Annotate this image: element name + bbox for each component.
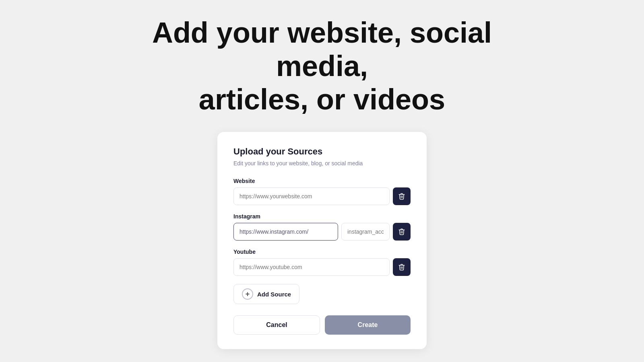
instagram-field-group: Instagram — [233, 213, 411, 241]
instagram-delete-button[interactable] — [393, 223, 411, 241]
create-button[interactable]: Create — [325, 315, 411, 335]
website-delete-button[interactable] — [393, 187, 411, 205]
youtube-label: Youtube — [233, 249, 411, 255]
cancel-button[interactable]: Cancel — [233, 315, 320, 335]
add-source-label: Add Source — [257, 291, 291, 298]
action-row: Cancel Create — [233, 315, 411, 335]
instagram-url-input[interactable] — [233, 223, 338, 241]
youtube-input[interactable] — [233, 258, 390, 276]
website-label: Website — [233, 178, 411, 184]
website-input[interactable] — [233, 187, 390, 205]
add-source-button[interactable]: + Add Source — [233, 284, 299, 304]
card-title: Upload your Sources — [233, 146, 411, 157]
youtube-row — [233, 258, 411, 276]
upload-sources-card: Upload your Sources Edit your links to y… — [217, 132, 427, 349]
website-row — [233, 187, 411, 205]
trash-icon — [398, 193, 405, 200]
plus-icon: + — [242, 288, 253, 300]
website-field-group: Website — [233, 178, 411, 205]
instagram-username-input[interactable] — [341, 223, 390, 241]
instagram-label: Instagram — [233, 213, 411, 220]
trash-icon — [398, 263, 405, 271]
page-heading: Add your website, social media, articles… — [141, 16, 503, 116]
card-subtitle: Edit your links to your website, blog, o… — [233, 160, 411, 167]
youtube-field-group: Youtube — [233, 249, 411, 276]
instagram-row — [233, 223, 411, 241]
trash-icon — [398, 228, 405, 235]
youtube-delete-button[interactable] — [393, 258, 411, 276]
